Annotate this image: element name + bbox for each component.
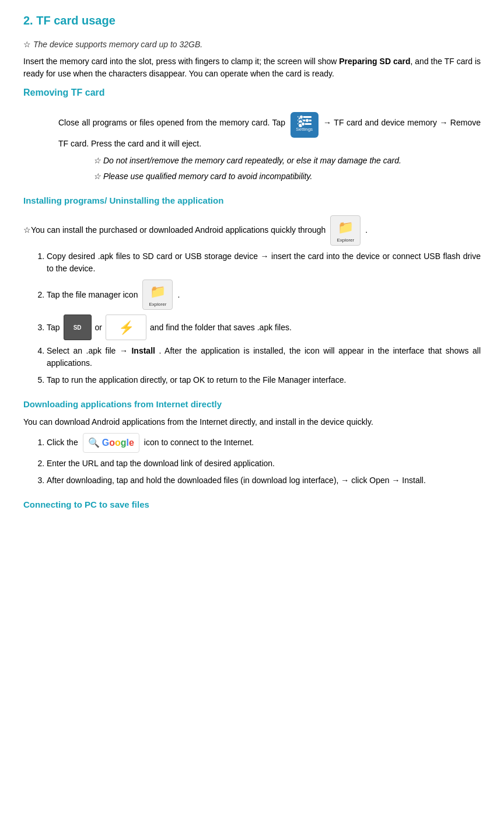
downloading-para: You can download Android applications fr… bbox=[23, 416, 481, 428]
connecting-title: Connecting to PC to save files bbox=[23, 498, 481, 512]
step4-text-before: Select an .apk file → bbox=[47, 346, 131, 355]
removing-para: Close all programs or files opened from … bbox=[58, 109, 481, 150]
installing-steps: Copy desired .apk files to SD card or US… bbox=[47, 250, 481, 386]
connecting-section: Connecting to PC to save files bbox=[23, 498, 481, 512]
tf-card-section: ☆ The device supports memory card up to … bbox=[23, 39, 481, 183]
installing-note-text: You can install the purchased or downloa… bbox=[31, 225, 326, 235]
installing-note: ☆You can install the purchased or downlo… bbox=[23, 215, 481, 246]
step3-text-before: Tap bbox=[47, 322, 60, 334]
step2-period: . bbox=[177, 289, 180, 301]
step3-or: or bbox=[95, 322, 102, 334]
removing-note3: ☆ Please use qualified memory card to av… bbox=[93, 170, 481, 183]
explorer-folder-icon: 📁 bbox=[338, 218, 354, 237]
removing-para-text: Close all programs or files opened from … bbox=[58, 118, 288, 127]
installing-step-3: Tap SD or ⚡ and find the folder that sav… bbox=[47, 315, 481, 340]
usb-icon: ⚡ bbox=[106, 315, 146, 340]
page-title: 2. TF card usage bbox=[23, 12, 481, 29]
removing-content: Close all programs or files opened from … bbox=[58, 109, 481, 183]
downloading-step-3: After downloading, tap and hold the down… bbox=[47, 474, 481, 487]
explorer-icon-inline: 📁 Explorer bbox=[330, 215, 360, 246]
installing-note-end: . bbox=[365, 225, 368, 235]
preparing-sd-bold: Preparing SD card bbox=[339, 57, 410, 66]
tf-para1: Insert the memory card into the slot, pr… bbox=[23, 55, 481, 80]
installing-section: Installing programs/ Uninstalling the ap… bbox=[23, 194, 481, 387]
magnifier-icon: 🔍 bbox=[88, 436, 100, 450]
step5-text: Tap to run the application directly, or … bbox=[47, 375, 346, 385]
dstep2-text: Enter the URL and tap the download link … bbox=[47, 459, 275, 468]
downloading-step-2: Enter the URL and tap the download link … bbox=[47, 457, 481, 470]
step4-bold: Install bbox=[131, 346, 155, 355]
installing-step-5: Tap to run the application directly, or … bbox=[47, 374, 481, 386]
removing-tf-title: Removing TF card bbox=[23, 86, 481, 100]
downloading-section: Downloading applications from Internet d… bbox=[23, 398, 481, 487]
downloading-title: Downloading applications from Internet d… bbox=[23, 398, 481, 411]
downloading-step-1: Click the 🔍 Google icon to connect to th… bbox=[47, 433, 481, 453]
note3-text: Please use qualified memory card to avoi… bbox=[103, 172, 312, 181]
installing-step-2: Tap the file manager icon 📁 Explorer . bbox=[47, 280, 481, 310]
installing-intro: ☆You can install the purchased or downlo… bbox=[23, 215, 481, 246]
removing-note2: ☆ Do not insert/remove the memory card r… bbox=[93, 155, 481, 167]
step1-text: Copy desired .apk files to SD card or US… bbox=[47, 251, 481, 273]
note2-text: Do not insert/remove the memory card rep… bbox=[103, 156, 401, 165]
tf-para1-text: Insert the memory card into the slot, pr… bbox=[23, 57, 339, 66]
dstep3-text: After downloading, tap and hold the down… bbox=[47, 476, 426, 485]
google-search-icon: 🔍 Google bbox=[83, 433, 139, 453]
step2-text-before: Tap the file manager icon bbox=[47, 289, 138, 301]
installing-step-1: Copy desired .apk files to SD card or US… bbox=[47, 250, 481, 275]
google-logo-text: Google bbox=[102, 436, 134, 450]
installing-step-4: Select an .apk file → Install . After th… bbox=[47, 345, 481, 369]
star-symbol: ☆ bbox=[23, 40, 31, 49]
downloading-steps: Click the 🔍 Google icon to connect to th… bbox=[47, 433, 481, 487]
step3-text-after: and find the folder that saves .apk file… bbox=[150, 322, 292, 334]
settings-icon: Settings bbox=[290, 109, 318, 138]
explorer-icon-2: 📁 Explorer bbox=[142, 280, 173, 310]
explorer-folder2-icon: 📁 bbox=[150, 282, 166, 301]
tf-note1-text: The device supports memory card up to 32… bbox=[33, 40, 202, 49]
explorer-icon-block: Tap the file manager icon 📁 Explorer . bbox=[47, 280, 481, 310]
sd-card-icon: SD bbox=[64, 315, 92, 340]
dstep1-before: Click the bbox=[47, 436, 78, 449]
dstep1-after: icon to connect to the Internet. bbox=[144, 436, 254, 449]
installing-title: Installing programs/ Uninstalling the ap… bbox=[23, 194, 481, 208]
tf-note1: ☆ The device supports memory card up to … bbox=[23, 39, 481, 51]
